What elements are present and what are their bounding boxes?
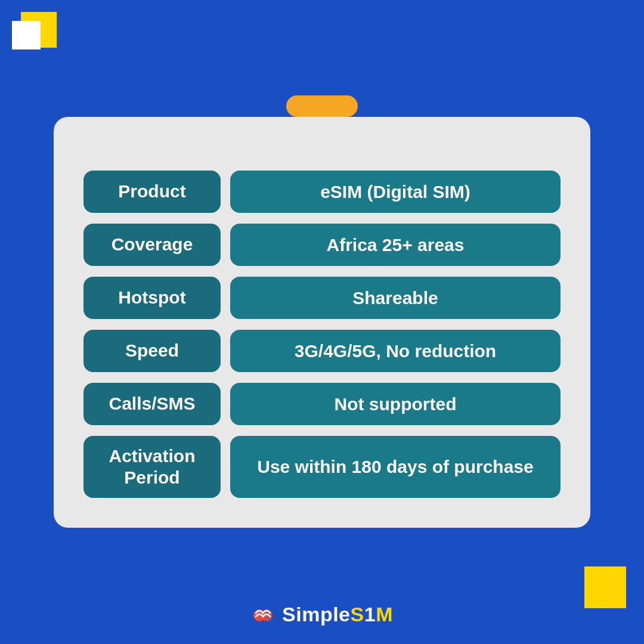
- label-text: Calls/SMS: [109, 393, 195, 414]
- value-cell: 3G/4G/5G, No reduction: [230, 330, 561, 372]
- value-text: Use within 180 days of purchase: [257, 455, 534, 478]
- label-cell: Coverage: [83, 224, 221, 266]
- label-text: Speed: [125, 340, 179, 361]
- label-text: Product: [118, 181, 185, 202]
- footer: SimpleS1M: [251, 602, 393, 626]
- table-row: ProducteSIM (Digital SIM): [83, 171, 561, 213]
- value-text: Shareable: [352, 286, 438, 309]
- yellow-square-br: [584, 566, 626, 608]
- value-text: 3G/4G/5G, No reduction: [295, 339, 496, 363]
- value-text: Africa 25+ areas: [326, 233, 464, 256]
- table-row: CoverageAfrica 25+ areas: [83, 224, 561, 266]
- label-text: Hotspot: [118, 287, 185, 308]
- value-text: eSIM (Digital SIM): [320, 180, 470, 203]
- value-cell: eSIM (Digital SIM): [230, 171, 561, 213]
- details-table: ProducteSIM (Digital SIM)CoverageAfrica …: [83, 171, 561, 498]
- white-square-tl: [12, 21, 41, 49]
- label-cell: Activation Period: [83, 436, 221, 498]
- brand-name: SimpleS1M: [282, 603, 393, 626]
- corner-decoration-bottom-right: [584, 566, 626, 608]
- label-cell: Hotspot: [83, 277, 221, 319]
- table-row: Speed3G/4G/5G, No reduction: [83, 330, 561, 372]
- value-cell: Not supported: [230, 383, 561, 425]
- title-badge: [286, 95, 358, 117]
- table-row: Activation PeriodUse within 180 days of …: [83, 436, 561, 498]
- product-details-card: ProducteSIM (Digital SIM)CoverageAfrica …: [54, 117, 590, 528]
- simplesim-logo-icon: [251, 602, 275, 626]
- value-cell: Africa 25+ areas: [230, 224, 561, 266]
- label-text: Activation Period: [95, 445, 209, 488]
- value-cell: Shareable: [230, 277, 561, 319]
- label-cell: Speed: [83, 330, 221, 372]
- label-cell: Calls/SMS: [83, 383, 221, 425]
- table-row: Calls/SMSNot supported: [83, 383, 561, 425]
- label-cell: Product: [83, 171, 221, 213]
- value-cell: Use within 180 days of purchase: [230, 436, 561, 498]
- corner-decoration-top-left: [12, 12, 60, 60]
- table-row: HotspotShareable: [83, 277, 561, 319]
- value-text: Not supported: [335, 392, 457, 416]
- label-text: Coverage: [112, 234, 193, 255]
